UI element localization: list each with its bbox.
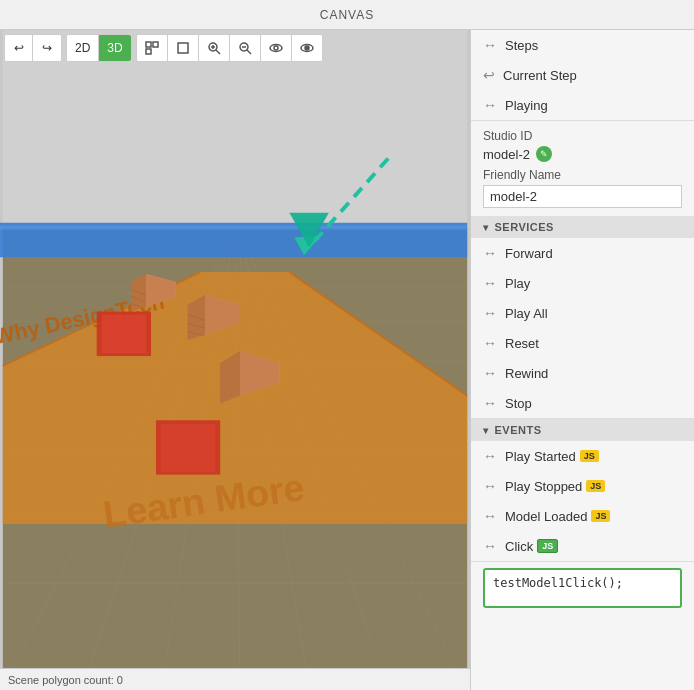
current-step-label: Current Step	[503, 68, 577, 83]
rewind-arrow-icon: ↔	[483, 365, 497, 381]
toolbar: ↩ ↪ 2D 3D	[4, 34, 323, 62]
events-section: ↔ Play Started JS ↔ Play Stopped JS ↔ Mo…	[471, 441, 694, 562]
model-loaded-label: Model Loaded	[505, 509, 587, 524]
code-text: testModel1Click();	[493, 576, 623, 590]
play-started-row[interactable]: ↔ Play Started JS	[471, 441, 694, 471]
svg-rect-3	[178, 43, 188, 53]
click-arrow-icon: ↔	[483, 538, 497, 554]
status-bar: Scene polygon count: 0	[0, 668, 470, 690]
svg-line-9	[247, 50, 251, 54]
stop-arrow-icon: ↔	[483, 395, 497, 411]
studio-id-label: Studio ID	[483, 129, 682, 143]
click-row[interactable]: ↔ Click JS	[471, 531, 694, 561]
current-step-arrow-icon: ↩	[483, 67, 495, 83]
play-row[interactable]: ↔ Play	[471, 268, 694, 298]
zoom-out-icon[interactable]	[230, 35, 261, 61]
frame-square-icon[interactable]	[168, 35, 199, 61]
polygon-count: Scene polygon count: 0	[8, 674, 123, 686]
eye-icon[interactable]	[261, 35, 292, 61]
btn-3d[interactable]: 3D	[99, 35, 130, 61]
model-loaded-js-badge[interactable]: JS	[591, 510, 610, 522]
undo-redo-group: ↩ ↪	[4, 34, 62, 62]
stop-label: Stop	[505, 396, 532, 411]
playing-row[interactable]: ↔ Playing	[471, 90, 694, 120]
events-title: EVENTS	[495, 424, 542, 436]
main-area: ↩ ↪ 2D 3D	[0, 30, 694, 690]
zoom-in-icon[interactable]	[199, 35, 230, 61]
btn-2d[interactable]: 2D	[67, 35, 99, 61]
services-chevron-icon: ▾	[483, 222, 489, 233]
playing-label: Playing	[505, 98, 548, 113]
view-tools-group	[136, 34, 323, 62]
redo-button[interactable]: ↪	[33, 35, 61, 61]
rewind-row[interactable]: ↔ Rewind	[471, 358, 694, 388]
reset-label: Reset	[505, 336, 539, 351]
events-header: ▾ EVENTS	[471, 419, 694, 441]
svg-rect-0	[146, 42, 151, 47]
play-label: Play	[505, 276, 530, 291]
svg-rect-40	[102, 315, 146, 354]
svg-rect-1	[153, 42, 158, 47]
properties-section: Studio ID model-2 ✎ Friendly Name	[471, 121, 694, 216]
click-js-badge[interactable]: JS	[537, 539, 558, 553]
play-all-row[interactable]: ↔ Play All	[471, 298, 694, 328]
services-header: ▾ SERVICES	[471, 216, 694, 238]
forward-arrow-icon: ↔	[483, 245, 497, 261]
play-all-label: Play All	[505, 306, 548, 321]
playing-arrow-icon: ↔	[483, 97, 497, 113]
top-items-section: ↔ Steps ↩ Current Step ↔ Playing	[471, 30, 694, 121]
view-mode-group: 2D 3D	[66, 34, 132, 62]
friendly-name-label: Friendly Name	[483, 168, 682, 182]
play-stopped-row[interactable]: ↔ Play Stopped JS	[471, 471, 694, 501]
play-started-js-badge[interactable]: JS	[580, 450, 599, 462]
play-arrow-icon: ↔	[483, 275, 497, 291]
current-step-row[interactable]: ↩ Current Step	[471, 60, 694, 90]
forward-row[interactable]: ↔ Forward	[471, 238, 694, 268]
svg-rect-2	[146, 49, 151, 54]
play-stopped-label: Play Stopped	[505, 479, 582, 494]
canvas-area: ↩ ↪ 2D 3D	[0, 30, 470, 690]
services-title: SERVICES	[495, 221, 554, 233]
model-loaded-arrow-icon: ↔	[483, 508, 497, 524]
steps-row[interactable]: ↔ Steps	[471, 30, 694, 60]
steps-label: Steps	[505, 38, 538, 53]
rewind-label: Rewind	[505, 366, 548, 381]
reset-arrow-icon: ↔	[483, 335, 497, 351]
right-panel: ↔ Steps ↩ Current Step ↔ Playing Studio …	[470, 30, 694, 690]
click-label: Click	[505, 539, 533, 554]
svg-point-14	[305, 46, 309, 50]
services-section: ↔ Forward ↔ Play ↔ Play All ↔ Reset ↔ Re…	[471, 238, 694, 419]
eye-alt-icon[interactable]	[292, 35, 322, 61]
play-stopped-js-badge[interactable]: JS	[586, 480, 605, 492]
svg-point-12	[274, 46, 278, 50]
reset-row[interactable]: ↔ Reset	[471, 328, 694, 358]
svg-marker-33	[0, 226, 467, 230]
undo-button[interactable]: ↩	[5, 35, 33, 61]
play-started-label: Play Started	[505, 449, 576, 464]
play-started-arrow-icon: ↔	[483, 448, 497, 464]
stop-row[interactable]: ↔ Stop	[471, 388, 694, 418]
friendly-name-input[interactable]	[483, 185, 682, 208]
canvas-title: CANVAS	[320, 8, 374, 22]
forward-label: Forward	[505, 246, 553, 261]
code-editor[interactable]: testModel1Click();	[483, 568, 682, 608]
events-chevron-icon: ▾	[483, 425, 489, 436]
frame-fit-icon[interactable]	[137, 35, 168, 61]
scene-view[interactable]: Why DesignTech Learn More	[0, 30, 470, 690]
steps-arrow-icon: ↔	[483, 37, 497, 53]
edit-studio-id-icon[interactable]: ✎	[536, 146, 552, 162]
canvas-header: CANVAS	[0, 0, 694, 30]
play-all-arrow-icon: ↔	[483, 305, 497, 321]
play-stopped-arrow-icon: ↔	[483, 478, 497, 494]
model-loaded-row[interactable]: ↔ Model Loaded JS	[471, 501, 694, 531]
studio-id-value: model-2 ✎	[483, 146, 682, 162]
studio-id-text: model-2	[483, 147, 530, 162]
svg-rect-42	[161, 424, 215, 471]
svg-line-5	[216, 50, 220, 54]
